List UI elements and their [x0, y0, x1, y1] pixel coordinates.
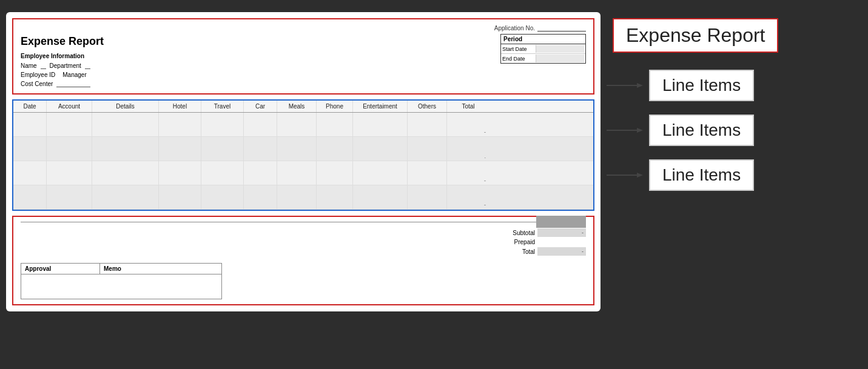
section-header: Application No. Expense Report Employee …	[12, 18, 594, 95]
td-date-3	[13, 161, 47, 185]
td-meals-4	[277, 185, 317, 209]
end-date-label: End Date	[502, 56, 536, 62]
annotation-area: Expense Report Line Items	[601, 12, 862, 357]
td-phone-2	[317, 137, 353, 161]
arrow-svg-1	[607, 81, 643, 90]
line-item-row-1: Line Items	[607, 70, 862, 101]
title-annotation-row: Expense Report	[607, 18, 862, 53]
table-row: -	[13, 161, 593, 185]
td-phone-3	[317, 161, 353, 185]
cost-center-row: Cost Center	[21, 80, 90, 87]
line-item-row-2: Line Items	[607, 115, 862, 146]
section-footer: Subtotal - Prepaid Total -	[12, 216, 594, 305]
start-date-input[interactable]	[536, 45, 584, 53]
start-date-label: Start Date	[502, 46, 536, 52]
td-details-3	[92, 161, 159, 185]
memo-body[interactable]	[100, 274, 221, 299]
subtotal-value: -	[537, 228, 586, 237]
prepaid-row: Prepaid	[499, 239, 586, 245]
th-date: Date	[13, 101, 47, 112]
td-hotel-1	[159, 113, 201, 136]
summary-area: Subtotal - Prepaid Total -	[21, 228, 586, 256]
document-area: Application No. Expense Report Employee …	[6, 12, 601, 311]
cost-center-input[interactable]	[56, 80, 90, 87]
manager-label: Manager	[62, 71, 86, 78]
approval-table: Approval Memo	[21, 263, 222, 299]
td-others-2	[408, 137, 447, 161]
td-others-1	[408, 113, 447, 136]
td-meals-2	[277, 137, 317, 161]
table-header-row: Date Account Details Hotel Travel Car Me…	[13, 101, 593, 113]
approval-header: Approval	[21, 264, 100, 274]
td-entertainment-4	[353, 185, 408, 209]
svg-marker-5	[637, 173, 643, 178]
table-row: .	[13, 137, 593, 161]
section-table: Date Account Details Hotel Travel Car Me…	[12, 99, 594, 211]
td-travel-3	[201, 161, 244, 185]
line-items-box-3: Line Items	[649, 159, 754, 191]
arrow-svg-2	[607, 125, 643, 135]
td-hotel-3	[159, 161, 201, 185]
arrow-2	[607, 125, 643, 135]
td-phone-4	[317, 185, 353, 209]
footer-divider	[21, 222, 586, 222]
total-row: Total -	[499, 247, 586, 256]
td-date-4	[13, 185, 47, 209]
td-meals-3	[277, 161, 317, 185]
employee-fields: Name Department Employee ID Manager Cost…	[21, 62, 90, 87]
end-date-row: End Date	[501, 54, 585, 63]
start-date-row: Start Date	[501, 44, 585, 54]
th-account: Account	[47, 101, 92, 112]
th-entertainment: Entertaiment	[353, 101, 408, 112]
td-account-2	[47, 137, 92, 161]
td-total-2: .	[447, 137, 490, 161]
td-hotel-4	[159, 185, 201, 209]
td-others-3	[408, 161, 447, 185]
name-input[interactable]	[41, 62, 46, 69]
td-account-4	[47, 185, 92, 209]
subtotal-label: Subtotal	[499, 230, 535, 236]
department-input[interactable]	[85, 62, 90, 69]
th-hotel: Hotel	[159, 101, 201, 112]
td-details-4	[92, 185, 159, 209]
prepaid-label: Prepaid	[499, 239, 535, 245]
td-account-3	[47, 161, 92, 185]
td-details-1	[92, 113, 159, 136]
end-date-input[interactable]	[536, 55, 584, 62]
th-travel: Travel	[201, 101, 244, 112]
th-car: Car	[244, 101, 277, 112]
td-details-2	[92, 137, 159, 161]
svg-marker-1	[637, 83, 643, 88]
th-meals: Meals	[277, 101, 317, 112]
td-car-2	[244, 137, 277, 161]
subtotal-row: Subtotal -	[499, 228, 586, 237]
main-container: Application No. Expense Report Employee …	[0, 0, 868, 369]
cost-center-label: Cost Center	[21, 81, 53, 87]
line-items-box-2: Line Items	[649, 115, 754, 146]
td-hotel-2	[159, 137, 201, 161]
td-travel-4	[201, 185, 244, 209]
department-label: Department	[50, 62, 81, 69]
td-date-2	[13, 137, 47, 161]
total-header-box	[536, 216, 586, 228]
total-label: Total	[499, 248, 535, 255]
employee-id-row: Employee ID Manager	[21, 71, 90, 78]
app-no-label: Application No.	[494, 25, 535, 32]
td-travel-1	[201, 113, 244, 136]
arrow-svg-3	[607, 170, 643, 180]
approval-body[interactable]	[21, 274, 100, 299]
td-total-4: -	[447, 185, 490, 209]
td-total-3: -	[447, 161, 490, 185]
line-items-box-1: Line Items	[649, 70, 754, 101]
td-entertainment-2	[353, 137, 408, 161]
td-entertainment-1	[353, 113, 408, 136]
arrow-3	[607, 170, 643, 180]
th-others: Others	[408, 101, 447, 112]
td-phone-1	[317, 113, 353, 136]
app-no-box[interactable]	[537, 24, 586, 32]
name-label: Name	[21, 62, 37, 69]
td-car-1	[244, 113, 277, 136]
annotation-title: Expense Report	[613, 18, 778, 53]
th-total: Total	[447, 101, 490, 112]
line-items-annotations: Line Items Line Items	[607, 70, 862, 191]
